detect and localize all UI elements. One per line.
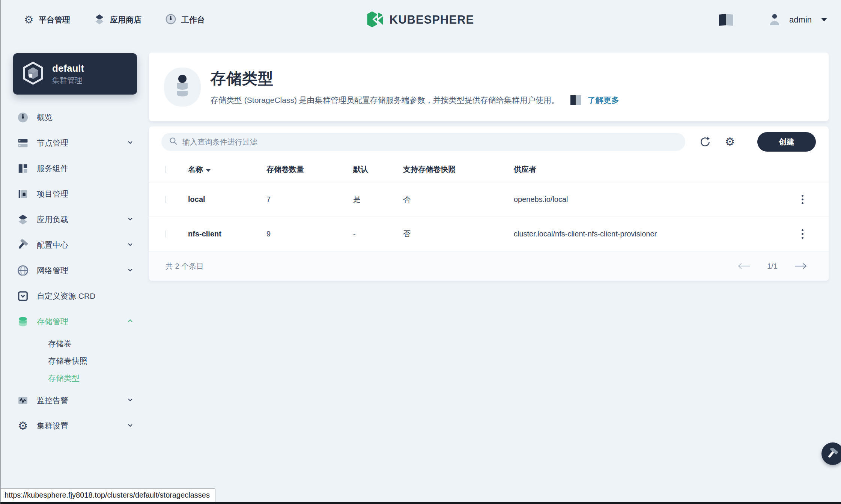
sidebar-item-nodes[interactable]: 节点管理 [17,134,134,152]
volume-count-cell: 7 [266,195,353,204]
column-header-name[interactable]: 名称 [188,164,266,175]
storage-class-page-icon [164,68,201,107]
submenu-label: 存储卷快照 [48,356,87,366]
sidebar-menu: 概览 节点管理 服务组件 项目管理 应用负载 配置中心 网络管理 [0,109,149,435]
next-page-arrow-icon[interactable] [794,263,808,269]
search-input[interactable] [182,138,678,146]
column-header-snapshot: 支持存储卷快照 [403,164,514,175]
default-cell: 是 [353,194,403,205]
documentation-book-icon[interactable] [718,14,734,26]
chevron-down-icon [126,241,134,250]
row-checkbox[interactable] [165,196,166,203]
page-indicator: 1/1 [767,262,778,271]
sidebar-item-crd[interactable]: 自定义资源 CRD [17,287,134,305]
status-url-text: https://kubesphere.fjy8018.top/clusters/… [5,491,210,499]
kubesphere-logo-icon [367,11,384,29]
page-description: 存储类型 (StorageClass) 是由集群管理员配置存储服务端参数，并按类… [211,95,559,105]
hammer-icon [17,239,29,251]
cluster-role: 集群管理 [52,75,84,86]
sidebar-item-storage[interactable]: 存储管理 [17,313,134,330]
sidebar-item-configuration[interactable]: 配置中心 [17,236,134,254]
appstore-icon [94,14,105,26]
sidebar-item-monitoring[interactable]: 监控告警 [17,392,134,409]
sidebar-item-components[interactable]: 服务组件 [17,160,134,177]
storage-class-name-link[interactable]: nfs-client [188,230,266,238]
sidebar-item-label: 服务组件 [37,163,68,174]
storage-submenu: 存储卷 存储卷快照 存储类型 [17,336,134,386]
table-toolbar: ⚙ 创建 [149,126,829,157]
kubesphere-logo[interactable]: KUBESPHERE [367,11,474,29]
row-actions-kebab-icon[interactable] [795,227,810,242]
storage-class-name-link[interactable]: local [188,195,266,204]
logo-wordmark: KUBESPHERE [390,13,474,27]
chevron-down-icon [126,138,134,147]
sidebar-item-label: 存储管理 [37,316,68,327]
sidebar-item-label: 应用负载 [37,214,68,225]
nav-app-store[interactable]: 应用商店 [94,14,141,26]
dashboard-icon [17,112,29,123]
sidebar-item-projects[interactable]: 项目管理 [17,185,134,203]
select-all-checkbox[interactable] [165,166,166,173]
sort-descending-icon [206,165,211,174]
nodes-icon [17,137,29,149]
globe-icon [17,265,29,276]
row-actions-kebab-icon[interactable] [795,192,810,207]
sidebar-item-overview[interactable]: 概览 [17,109,134,126]
nav-label: 应用商店 [110,15,141,25]
cluster-selector[interactable]: default 集群管理 [13,53,137,95]
default-cell: - [353,230,403,238]
nav-label: 工作台 [181,15,205,25]
nav-workbench[interactable]: 工作台 [165,14,205,26]
sidebar-item-workloads[interactable]: 应用负载 [17,211,134,228]
column-settings-button[interactable]: ⚙ [718,133,742,151]
cluster-hexagon-icon [21,62,45,86]
submenu-label: 存储类型 [48,373,80,384]
main-content: 存储类型 存储类型 (StorageClass) 是由集群管理员配置存储服务端参… [149,40,829,281]
page-head-text: 存储类型 存储类型 (StorageClass) 是由集群管理员配置存储服务端参… [211,68,619,105]
page-description-row: 存储类型 (StorageClass) 是由集群管理员配置存储服务端参数，并按类… [211,95,619,105]
table-row[interactable]: local 7 是 否 openebs.io/local [149,182,829,217]
volume-count-cell: 9 [266,230,353,238]
components-icon [17,163,29,174]
book-left-page [570,95,576,105]
column-header-label: 默认 [353,164,368,175]
sidebar-item-network[interactable]: 网络管理 [17,262,134,279]
row-checkbox[interactable] [165,230,166,238]
sidebar-subitem-storage-classes[interactable]: 存储类型 [17,371,134,386]
table-footer: 共 2 个条目 1/1 [149,251,829,281]
create-button[interactable]: 创建 [757,132,816,152]
gear-icon: ⚙ [725,136,735,147]
sidebar-subitem-volumes[interactable]: 存储卷 [17,336,134,351]
sidebar-subitem-volume-snapshots[interactable]: 存储卷快照 [17,354,134,369]
gear-icon: ⚙ [24,15,33,25]
search-box [161,133,685,151]
sidebar-item-label: 网络管理 [37,265,68,276]
user-menu[interactable]: admin [769,13,827,27]
username: admin [789,15,812,25]
cluster-card-text: default 集群管理 [52,62,84,86]
hammer-icon [827,448,839,460]
book-right-page [576,95,581,105]
sidebar-item-label: 节点管理 [37,138,68,148]
table-row[interactable]: nfs-client 9 - 否 cluster.local/nfs-clien… [149,217,829,251]
snapshot-cell: 否 [403,229,514,239]
chevron-up-icon [126,317,134,326]
toolbox-fab[interactable] [821,442,841,465]
column-header-volume-count: 存储卷数量 [266,164,353,175]
total-items-text: 共 2 个条目 [165,261,204,271]
nav-platform-management[interactable]: ⚙ 平台管理 [24,15,70,25]
book-left-page [719,14,726,26]
sidebar-item-cluster-settings[interactable]: ⚙ 集群设置 [17,417,134,435]
refresh-button[interactable] [693,133,718,151]
page-title: 存储类型 [211,68,619,89]
chevron-down-icon [126,396,134,405]
search-icon [169,137,178,147]
sidebar: default 集群管理 概览 节点管理 服务组件 项目管理 应用负载 [0,40,149,502]
storage-class-table-card: ⚙ 创建 名称 存储卷数量 默认 支持存储卷快照 供应者 local 7 是 否… [149,126,829,281]
sidebar-item-label: 监控告警 [37,395,68,406]
previous-page-arrow-icon[interactable] [737,263,751,269]
submenu-label: 存储卷 [48,339,72,349]
learn-more-link[interactable]: 了解更多 [588,95,619,105]
column-header-label: 支持存储卷快照 [403,164,456,175]
chevron-down-icon [821,17,827,23]
